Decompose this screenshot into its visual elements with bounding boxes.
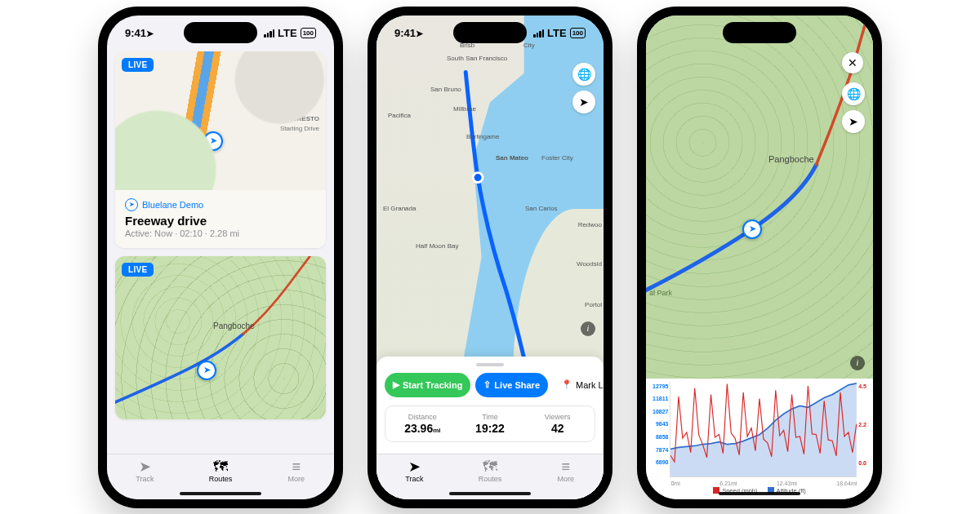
route-title: Freeway drive — [125, 214, 316, 228]
share-icon: ⇧ — [483, 379, 491, 390]
current-location-pin-icon: ➤ — [742, 219, 762, 239]
route-owner[interactable]: ➤ Bluelane Demo — [125, 198, 316, 211]
city-label: San Bruno — [430, 86, 461, 93]
pin-icon: 📍 — [561, 379, 572, 390]
phone-detail: Pangboche al Park ➤ ✕ 🌐 ➤ i 127951181110… — [637, 7, 882, 508]
map-label: CRESTO — [292, 115, 319, 122]
stat-distance: Distance 23.96mi — [389, 413, 457, 435]
status-carrier: LTE — [547, 27, 567, 39]
route-card[interactable]: LIVE CRESTO Starling Drive Junipero Se ➤… — [115, 51, 326, 248]
map-label: Junipero Se — [164, 141, 199, 148]
tab-more[interactable]: ≡More — [258, 454, 334, 488]
phone-routes: 9:41➤ LTE 100 LIVE CRESTO Starling Drive… — [98, 7, 343, 508]
routes-list[interactable]: LIVE CRESTO Starling Drive Junipero Se ➤… — [107, 51, 334, 454]
park-label: al Park — [649, 289, 672, 297]
tab-routes[interactable]: 🗺Routes — [183, 454, 259, 488]
svg-point-0 — [473, 172, 483, 182]
menu-icon: ≡ — [561, 459, 570, 474]
tab-track[interactable]: ➤Track — [107, 454, 183, 488]
place-label: Pangboche — [213, 321, 255, 330]
route-subtitle: Active: Now · 02:10 · 2.28 mi — [125, 228, 316, 238]
city-label: San Mateo — [496, 154, 528, 162]
route-polyline — [646, 16, 873, 379]
y-axis-right: 4.52.20.0 — [857, 382, 866, 477]
play-icon: ▶ — [393, 379, 399, 390]
cell-signal-icon — [264, 29, 274, 38]
city-label: Foster City — [541, 154, 573, 162]
route-map-preview: LIVE Pangboche ➤ — [115, 256, 326, 419]
city-label: San Carlos — [525, 205, 558, 212]
stats-row: Distance 23.96mi Time 19:22 Viewers 42 — [385, 405, 595, 442]
cell-signal-icon — [533, 29, 544, 38]
city-label: Redwoo — [578, 221, 602, 228]
recenter-button[interactable]: ➤ — [842, 110, 865, 133]
action-row: ▶ Start Tracking ⇧ Live Share 📍 Mark Loc… — [385, 373, 595, 397]
chart-plot: 0mi6.21mi12.43mi18.64mi — [670, 382, 857, 477]
city-label: South San Francisco — [447, 55, 507, 62]
tab-track[interactable]: ➤Track — [376, 454, 452, 488]
stat-time: Time 19:22 — [457, 413, 524, 435]
city-label: Half Moon Bay — [416, 242, 458, 250]
route-card[interactable]: LIVE Pangboche ➤ — [115, 256, 326, 419]
elevation-speed-chart: 1279511811108279843885878746890 0mi6.21m… — [646, 379, 873, 499]
live-map[interactable]: South San Francisco Brisb City San Bruno… — [376, 16, 604, 499]
location-services-icon: ➤ — [416, 29, 423, 38]
navigate-icon: ➤ — [139, 459, 151, 474]
start-tracking-button[interactable]: ▶ Start Tracking — [385, 373, 470, 397]
dynamic-island — [453, 22, 527, 43]
topo-map[interactable]: Pangboche al Park ➤ ✕ 🌐 ➤ i — [646, 16, 873, 379]
live-share-button[interactable]: ⇧ Live Share — [475, 373, 548, 397]
location-services-icon: ➤ — [146, 29, 154, 38]
location-arrow-icon: ➤ — [579, 95, 589, 109]
map-label: Starling Drive — [280, 125, 319, 132]
route-meta: ➤ Bluelane Demo Freeway drive Active: No… — [115, 190, 326, 248]
navigate-icon: ➤ — [408, 459, 421, 474]
home-indicator[interactable] — [719, 492, 800, 495]
avatar-icon: ➤ — [125, 198, 138, 211]
dynamic-island — [723, 22, 796, 43]
city-label: Woodsid — [577, 260, 602, 268]
place-label: Pangboche — [768, 154, 814, 164]
live-badge: LIVE — [122, 58, 154, 72]
city-label: El Granada — [383, 205, 416, 212]
route-map-preview: LIVE CRESTO Starling Drive Junipero Se ➤ — [115, 51, 326, 190]
map-info-button[interactable]: i — [581, 321, 595, 336]
battery-icon: 100 — [301, 28, 316, 38]
map-icon: 🗺 — [483, 459, 497, 474]
route-owner-name: Bluelane Demo — [142, 200, 203, 210]
city-label: Pacifica — [388, 112, 411, 119]
home-indicator[interactable] — [180, 492, 261, 495]
globe-icon: 🌐 — [577, 68, 591, 81]
close-button[interactable]: ✕ — [842, 52, 863, 73]
globe-icon: 🌐 — [847, 87, 861, 100]
status-carrier: LTE — [278, 27, 297, 39]
tab-routes[interactable]: 🗺Routes — [452, 454, 528, 488]
location-arrow-icon: ➤ — [849, 115, 858, 128]
menu-icon: ≡ — [292, 459, 301, 474]
map-info-button[interactable]: i — [850, 356, 865, 370]
map-layers-button[interactable]: 🌐 — [572, 63, 595, 86]
city-label: Burlingame — [466, 133, 499, 140]
city-label: Millbrae — [453, 105, 476, 113]
recenter-button[interactable]: ➤ — [572, 91, 595, 113]
current-location-pin-icon: ➤ — [203, 131, 223, 151]
route-polyline — [115, 256, 326, 419]
phone-track: 9:41➤ LTE 100 South San Francisco Brisb … — [368, 7, 612, 508]
current-location-pin-icon: ➤ — [197, 361, 216, 380]
sheet-grabber[interactable] — [476, 363, 504, 366]
map-layers-button[interactable]: 🌐 — [842, 82, 865, 105]
dynamic-island — [184, 22, 257, 43]
map-icon: 🗺 — [213, 459, 228, 474]
mark-location-button[interactable]: 📍 Mark Location — [553, 373, 604, 397]
x-axis: 0mi6.21mi12.43mi18.64mi — [670, 481, 857, 486]
status-time: 9:41 — [125, 27, 146, 39]
battery-icon: 100 — [570, 28, 586, 38]
stat-viewers: Viewers 42 — [523, 413, 591, 435]
close-icon: ✕ — [848, 56, 858, 69]
home-indicator[interactable] — [449, 492, 531, 495]
tab-more[interactable]: ≡More — [528, 454, 604, 488]
status-time: 9:41 — [394, 27, 416, 39]
y-axis-left: 1279511811108279843885878746890 — [653, 382, 670, 477]
city-label: Portol — [585, 301, 602, 308]
